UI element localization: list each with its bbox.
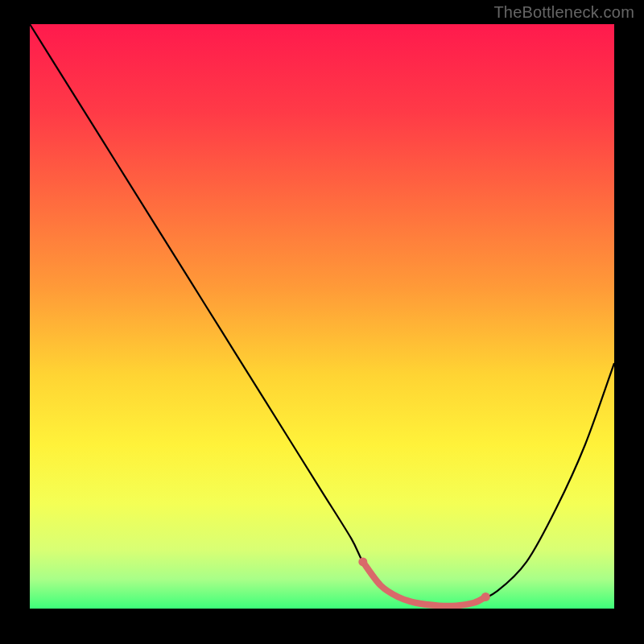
chart-svg [30,24,614,609]
gradient-background [30,24,614,609]
chart-frame: TheBottleneck.com [0,0,644,644]
highlight-endpoint-left [358,557,367,566]
watermark-text: TheBottleneck.com [493,3,634,22]
plot-area [30,24,614,609]
highlight-endpoint-right [481,592,490,601]
